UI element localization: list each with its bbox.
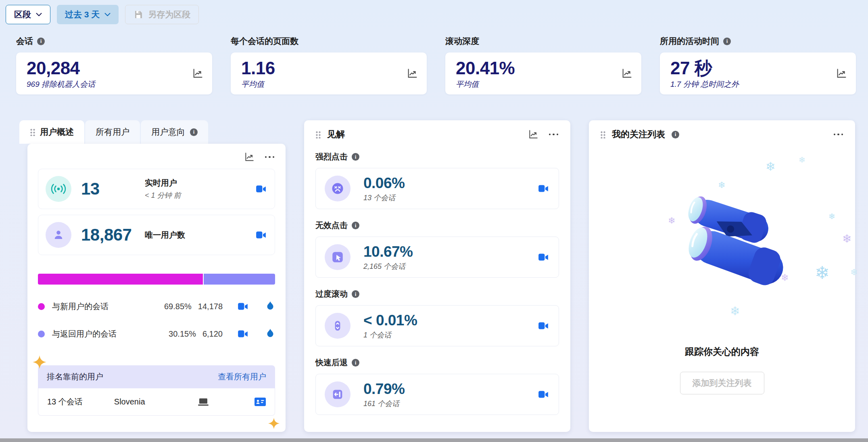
dead-clicks-value: 10.67%: [363, 243, 413, 260]
metric-card: 1.16 平均值: [231, 52, 427, 94]
info-icon[interactable]: [352, 290, 359, 298]
save-as-segment-button[interactable]: 另存为区段: [125, 5, 199, 24]
snowflake-icon: ❄: [828, 212, 835, 220]
quick-backs-sessions: 161 个会话: [363, 399, 405, 408]
main-panels: 用户概述 所有用户 用户意向 13: [19, 120, 855, 432]
drag-handle-icon[interactable]: [30, 128, 35, 136]
drag-handle-icon[interactable]: [315, 131, 321, 138]
snowflake-icon: ❄: [842, 233, 851, 245]
top-user-sessions: 13 个会话: [47, 396, 83, 407]
tab-all-users[interactable]: 所有用户: [85, 120, 140, 144]
more-options-icon[interactable]: [833, 131, 844, 138]
video-recordings-icon[interactable]: [255, 230, 267, 240]
metric-pages-per-session: 每个会话的页面数 1.16 平均值: [231, 36, 427, 94]
new-users-bar-segment: [38, 274, 203, 285]
legend-returning-users-count: 6,120: [202, 329, 223, 339]
watchlist-panel: 我的关注列表 ❄ ❄ ❄ ❄ ❄ ❄ ❄ ❄ ❄ ❄ ❄ ❄: [589, 120, 855, 432]
trend-chart-icon[interactable]: [244, 152, 255, 162]
snowflake-icon: ❄: [730, 305, 740, 317]
info-icon[interactable]: [352, 359, 359, 367]
metric-scroll-label: 滚动深度: [445, 36, 479, 47]
legend-returning-users: 与返回用户的会话 30.15% 6,120: [38, 328, 275, 339]
user-overview-card: 13 实时用户 < 1 分钟 前 18,867 唯一用户数: [27, 144, 286, 432]
date-range-dropdown-button[interactable]: 过去 3 天: [57, 5, 119, 24]
metric-sessions-label: 会话: [16, 36, 33, 47]
video-recordings-icon[interactable]: [255, 184, 267, 194]
live-users-updated: < 1 分钟 前: [145, 191, 181, 200]
heatmap-flame-icon[interactable]: [265, 301, 275, 312]
metric-card: 20,284 969 排除机器人会话: [16, 52, 212, 94]
unique-users-label: 唯一用户数: [145, 230, 185, 241]
info-icon[interactable]: [352, 222, 359, 229]
info-icon[interactable]: [37, 38, 45, 45]
tab-user-overview-label: 用户概述: [40, 126, 74, 138]
tab-user-overview[interactable]: 用户概述: [19, 120, 84, 144]
metric-sessions: 会话 20,284 969 排除机器人会话: [16, 36, 212, 94]
view-all-users-link[interactable]: 查看所有用户: [218, 371, 266, 382]
video-recordings-icon[interactable]: [537, 252, 550, 262]
quick-backs-box: 0.79% 161 个会话: [315, 374, 559, 415]
unique-users-count: 18,867: [81, 225, 145, 245]
add-to-watchlist-button[interactable]: 添加到关注列表: [680, 372, 764, 394]
more-options-icon[interactable]: [264, 154, 275, 161]
info-icon[interactable]: [672, 131, 679, 138]
metric-pages-subtitle: 平均值: [241, 79, 416, 90]
metric-active-time-subtitle: 1.7 分钟 总时间之外: [670, 79, 845, 90]
binoculars-illustration: ❄ ❄ ❄ ❄ ❄ ❄ ❄ ❄ ❄ ❄ ❄ ❄: [600, 145, 844, 334]
metric-active-time-value: 27 秒: [670, 59, 845, 78]
excessive-scrolling-label: 过度滚动: [315, 289, 348, 300]
tab-user-intent[interactable]: 用户意向: [141, 120, 208, 144]
legend-new-users-count: 14,178: [198, 302, 223, 311]
video-recordings-icon[interactable]: [236, 329, 249, 339]
info-icon[interactable]: [723, 38, 731, 45]
snowflake-icon: ❄: [815, 264, 830, 282]
dead-clicks-sessions: 2,165 个会话: [363, 262, 413, 271]
metric-active-time: 所用的活动时间 27 秒 1.7 分钟 总时间之外: [660, 36, 856, 94]
live-signal-icon: [46, 176, 71, 202]
insights-panel: 见解 强烈点击 0.06% 13 个会话 无效点击: [304, 120, 570, 432]
tab-user-intent-label: 用户意向: [151, 126, 185, 138]
chevron-down-icon: [36, 13, 42, 17]
date-range-label: 过去 3 天: [65, 9, 100, 20]
more-options-icon[interactable]: [548, 131, 559, 138]
live-users-count: 13: [81, 179, 145, 199]
dead-clicks-label: 无效点击: [315, 220, 348, 231]
top-user-row[interactable]: 13 个会话 Slovenia: [38, 388, 275, 416]
info-icon[interactable]: [190, 128, 198, 136]
legend-new-users: 与新用户的会话 69.85% 14,178: [38, 301, 275, 312]
segment-dropdown-button[interactable]: 区段: [6, 5, 50, 24]
top-users-header: 排名靠前的用户 查看所有用户: [38, 365, 275, 388]
snowflake-icon: ❄: [850, 268, 858, 277]
rage-clicks-label: 强烈点击: [315, 151, 348, 162]
video-recordings-icon[interactable]: [236, 301, 249, 312]
video-recordings-icon[interactable]: [537, 321, 550, 331]
chevron-down-icon: [104, 13, 111, 17]
video-recordings-icon[interactable]: [537, 389, 550, 400]
trend-chart-icon[interactable]: [621, 68, 632, 79]
legend-dot: [38, 303, 45, 310]
drag-handle-icon[interactable]: [600, 131, 605, 138]
person-icon: [46, 222, 71, 248]
live-users-row: 13 实时用户 < 1 分钟 前: [38, 169, 275, 209]
info-icon[interactable]: [352, 153, 359, 161]
metric-scroll-value: 20.41%: [456, 59, 631, 78]
returning-users-bar-segment: [204, 274, 275, 285]
tab-all-users-label: 所有用户: [96, 126, 129, 138]
contact-card-icon[interactable]: [255, 398, 266, 406]
top-users-title: 排名靠前的用户: [47, 371, 103, 382]
unique-users-row: 18,867 唯一用户数: [38, 215, 275, 255]
trend-chart-icon[interactable]: [528, 129, 538, 140]
segment-label: 区段: [14, 9, 31, 20]
rage-clicks-value: 0.06%: [363, 175, 405, 192]
rage-clicks-sessions: 13 个会话: [363, 193, 405, 203]
legend-returning-users-pct: 30.15%: [169, 329, 196, 339]
legend-dot: [38, 331, 45, 337]
rage-click-icon: [325, 176, 351, 201]
trend-chart-icon[interactable]: [836, 68, 847, 79]
metric-sessions-value: 20,284: [27, 59, 202, 78]
metric-sessions-subtitle: 969 排除机器人会话: [27, 79, 202, 90]
trend-chart-icon[interactable]: [192, 68, 203, 79]
trend-chart-icon[interactable]: [407, 68, 418, 79]
video-recordings-icon[interactable]: [537, 183, 550, 194]
heatmap-flame-icon[interactable]: [265, 328, 275, 339]
